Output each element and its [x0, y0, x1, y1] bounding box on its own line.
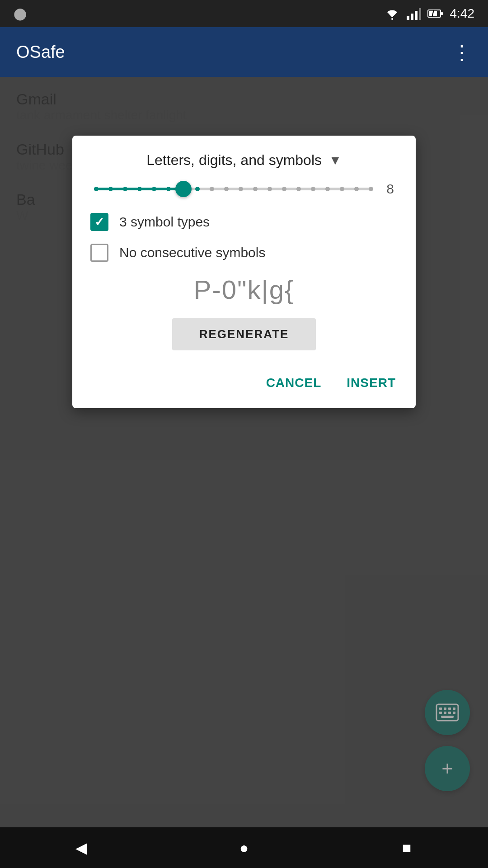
generated-password: P-0"k|g{ [90, 274, 398, 305]
symbol-types-label: 3 symbol types [119, 214, 210, 230]
chevron-down-icon: ▼ [329, 153, 342, 168]
svg-rect-2 [411, 14, 413, 20]
symbol-types-checkbox[interactable]: ✓ [90, 213, 108, 231]
svg-rect-4 [419, 8, 421, 20]
no-consecutive-checkbox[interactable] [90, 244, 108, 262]
signal-icon [407, 7, 421, 20]
status-icons: 4:42 [384, 6, 475, 21]
password-generator-dialog: Letters, digits, and symbols ▼ [72, 136, 416, 408]
status-time: 4:42 [450, 6, 475, 21]
symbol-types-checkbox-row: ✓ 3 symbol types [90, 213, 398, 231]
slider-dots [94, 187, 373, 191]
main-content: Gmail tank armament shelter fanlight Git… [0, 77, 488, 827]
svg-rect-6 [441, 12, 443, 15]
cancel-button[interactable]: CANCEL [264, 371, 324, 395]
dropdown-label: Letters, digits, and symbols [146, 152, 322, 169]
slider-value: 8 [380, 181, 394, 197]
no-consecutive-checkbox-row: No consecutive symbols [90, 244, 398, 262]
slider-row: 8 [90, 181, 398, 197]
insert-button[interactable]: INSERT [345, 371, 398, 395]
app-title: OSafe [16, 42, 65, 62]
recents-button[interactable]: ■ [389, 830, 425, 866]
checkmark-icon: ✓ [94, 216, 104, 228]
dropdown-row: Letters, digits, and symbols ▼ [90, 152, 398, 169]
dialog-overlay: Letters, digits, and symbols ▼ [0, 77, 488, 827]
home-button[interactable]: ● [226, 830, 262, 866]
wifi-icon [384, 7, 400, 20]
password-type-dropdown[interactable]: Letters, digits, and symbols ▼ [146, 152, 341, 169]
length-slider[interactable] [94, 188, 373, 190]
status-bar: ⬤ 4:42 [0, 0, 488, 27]
regenerate-button[interactable]: REGENERATE [172, 318, 316, 350]
nav-bar: ◀ ● ■ [0, 827, 488, 868]
svg-point-0 [391, 18, 393, 20]
dialog-actions: CANCEL INSERT [90, 367, 398, 395]
battery-icon [427, 8, 444, 19]
slider-thumb[interactable] [175, 181, 192, 197]
status-left: ⬤ [14, 7, 27, 21]
svg-rect-3 [415, 11, 418, 20]
back-button[interactable]: ◀ [63, 830, 99, 866]
overflow-menu-button[interactable]: ⋮ [452, 41, 472, 64]
svg-rect-1 [407, 16, 409, 20]
no-consecutive-label: No consecutive symbols [119, 245, 265, 260]
app-bar: OSafe ⋮ [0, 27, 488, 77]
